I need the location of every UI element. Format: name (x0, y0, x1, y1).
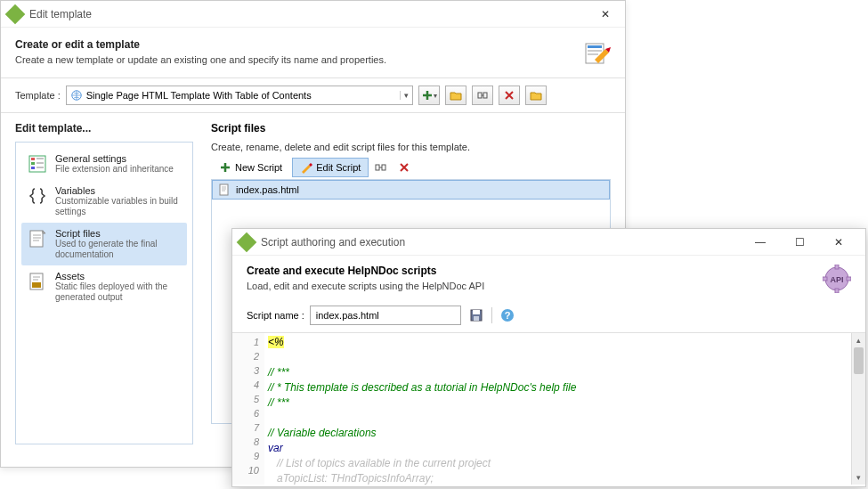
template-edit-icon (582, 38, 611, 67)
svg-rect-12 (31, 167, 35, 169)
svg-rect-19 (382, 165, 385, 170)
svg-text:API: API (830, 275, 843, 284)
minimize-button[interactable]: — (741, 230, 780, 255)
scroll-thumb[interactable] (854, 347, 864, 374)
delete-button[interactable] (499, 86, 520, 105)
line-gutter: 12345678910 (232, 333, 264, 485)
svg-rect-23 (835, 289, 839, 293)
svg-rect-20 (220, 184, 228, 195)
maximize-button[interactable]: ☐ (780, 230, 819, 255)
settings-list-icon (27, 153, 48, 175)
sidebar-item-variables[interactable]: VariablesCustomizable variables in build… (21, 180, 187, 223)
svg-rect-29 (474, 316, 479, 321)
rename-script-button[interactable] (370, 158, 392, 177)
svg-rect-15 (32, 282, 41, 288)
svg-rect-24 (823, 277, 827, 281)
script-doc-icon (27, 228, 48, 249)
content-desc: Create, rename, delete and edit script f… (211, 142, 611, 152)
svg-rect-28 (473, 310, 480, 314)
delete-icon (398, 161, 410, 174)
file-icon (218, 183, 231, 196)
header: Create and execute HelpNDoc scripts Load… (232, 256, 865, 302)
plus-icon (219, 161, 231, 174)
header: Create or edit a template Create a new t… (1, 28, 625, 77)
titlebar[interactable]: Script authoring and execution — ☐ ✕ (232, 229, 865, 256)
titlebar[interactable]: Edit template ✕ (1, 1, 625, 28)
edit-script-button[interactable]: Edit Script (292, 158, 369, 177)
file-item[interactable]: index.pas.html (212, 180, 610, 200)
window-title: Edit template (29, 8, 593, 20)
scroll-up-icon[interactable]: ▴ (852, 333, 865, 347)
header-title: Create and execute HelpNDoc scripts (247, 265, 823, 277)
close-button[interactable]: ✕ (593, 2, 618, 27)
rename-button[interactable] (472, 86, 493, 105)
add-template-button[interactable]: ▾ (418, 86, 440, 105)
sidebar-item-assets[interactable]: AssetsStatic files deployed with the gen… (21, 265, 187, 308)
sidebar-item-general[interactable]: General settingsFile extension and inher… (21, 148, 187, 180)
new-script-button[interactable]: New Script (211, 158, 290, 177)
script-name-label: Script name : (247, 310, 304, 321)
script-toolbar: New Script Edit Script (211, 158, 611, 177)
svg-rect-22 (835, 265, 839, 269)
svg-rect-13 (30, 231, 43, 247)
svg-rect-18 (376, 165, 379, 170)
open-folder-button[interactable] (445, 86, 466, 105)
svg-rect-11 (31, 162, 35, 165)
svg-text:?: ? (504, 310, 510, 321)
rename-icon (375, 161, 387, 174)
assets-icon (27, 271, 48, 292)
delete-script-button[interactable] (393, 158, 415, 177)
window-title: Script authoring and execution (261, 236, 741, 249)
app-icon (5, 4, 26, 24)
header-title: Create or edit a template (15, 38, 575, 51)
sidebar: Edit template... General settingsFile ex… (15, 122, 193, 444)
save-button[interactable] (466, 306, 486, 325)
svg-rect-7 (478, 93, 482, 98)
api-gear-icon: API (823, 265, 851, 293)
scroll-down-icon[interactable]: ▾ (852, 470, 865, 485)
script-name-input[interactable] (310, 306, 461, 325)
content-title: Script files (211, 122, 611, 134)
header-desc: Create a new template or update an exist… (15, 54, 575, 65)
template-label: Template : (15, 90, 61, 101)
svg-rect-10 (31, 158, 35, 160)
template-selector-row: Template : Single Page HTML Template Wit… (1, 77, 625, 113)
code-editor[interactable]: 12345678910 <% // *** // * This template… (232, 333, 865, 485)
code-area[interactable]: <% // *** // * This template is describe… (264, 333, 851, 485)
template-dropdown[interactable]: Single Page HTML Template With Table of … (66, 86, 413, 105)
braces-icon (27, 185, 48, 207)
help-button[interactable]: ? (498, 306, 517, 325)
vertical-scrollbar[interactable]: ▴ ▾ (851, 333, 865, 485)
browse-folder-button[interactable] (525, 86, 547, 105)
script-toolbar: Script name : ? (232, 302, 865, 333)
template-value: Single Page HTML Template With Table of … (86, 90, 312, 101)
close-button[interactable]: ✕ (819, 230, 858, 255)
file-name: index.pas.html (236, 184, 299, 195)
chevron-down-icon: ▾ (400, 91, 409, 100)
svg-rect-8 (483, 93, 487, 98)
sidebar-item-scripts[interactable]: Script filesUsed to generate the final d… (21, 223, 187, 265)
svg-rect-3 (588, 53, 598, 55)
svg-rect-25 (847, 277, 851, 281)
svg-rect-1 (588, 45, 602, 48)
separator (491, 307, 492, 323)
sidebar-list: General settingsFile extension and inher… (15, 142, 193, 444)
globe-icon (70, 89, 83, 102)
header-desc: Load, edit and execute scripts using the… (247, 281, 823, 291)
script-authoring-window: Script authoring and execution — ☐ ✕ Cre… (231, 228, 866, 487)
app-icon (237, 232, 257, 252)
sidebar-title: Edit template... (15, 122, 193, 134)
pencil-icon (300, 161, 312, 174)
svg-rect-2 (588, 50, 602, 52)
svg-marker-16 (302, 165, 311, 174)
